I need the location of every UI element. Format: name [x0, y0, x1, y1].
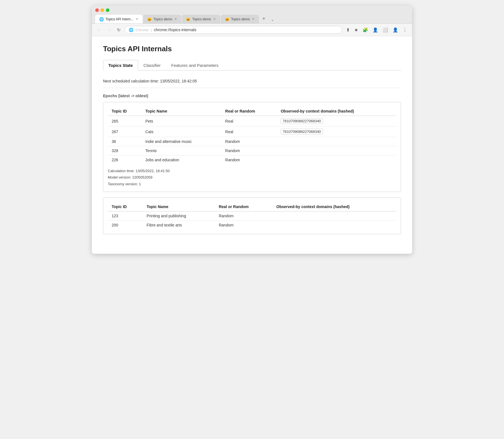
col-header-real-random-1: Real or Random [221, 107, 277, 116]
cell-id: 36 [108, 137, 141, 146]
content-area: Next scheduled calculation time: 13/05/2… [103, 76, 401, 243]
browser-controls [95, 8, 409, 12]
cell-id: 226 [108, 155, 141, 165]
forward-button[interactable]: → [105, 26, 113, 33]
cell-id: 123 [108, 211, 143, 221]
traffic-lights [95, 8, 109, 12]
cell-type: Random [215, 221, 273, 230]
page-content: Topics API Internals Topics State Classi… [92, 36, 412, 254]
split-view-icon[interactable]: ⬜ [381, 26, 390, 34]
cell-id: 265 [108, 116, 141, 126]
col-header-topic-name-1: Topic Name [141, 107, 221, 116]
cell-name: Fibre and textile arts [143, 221, 215, 230]
address-bar-row: ← → ↻ 🌐 Chrome | chrome://topics-interna… [92, 24, 412, 36]
cell-id: 267 [108, 126, 141, 137]
cell-domain [273, 221, 397, 230]
profile-icon[interactable]: 👤 [391, 26, 400, 34]
traffic-light-yellow[interactable] [101, 8, 104, 12]
tab-close-1[interactable]: ✕ [135, 17, 139, 21]
tab-close-4[interactable]: ✕ [251, 17, 255, 21]
tabs-bar: 🌐 Topics API Intern... ✕ 🐱 Topics demo ✕… [95, 14, 409, 23]
table-row: 200 Fibre and textile arts Random [108, 221, 396, 230]
cell-type: Random [221, 146, 277, 155]
epoch-table-2: Topic ID Topic Name Real or Random Obser… [108, 202, 396, 230]
address-favicon: 🌐 [129, 28, 133, 32]
address-host: Chrome [136, 28, 148, 32]
tab-close-2[interactable]: ✕ [174, 17, 177, 21]
tab-favicon-4: 🐱 [225, 17, 229, 21]
address-url: chrome://topics-internals [154, 28, 338, 32]
cell-type: Real [221, 126, 277, 137]
schedule-info: Next scheduled calculation time: 13/05/2… [103, 79, 401, 83]
tab-favicon-3: 🐱 [186, 17, 190, 21]
table-row: 36 Indie and alternative music Random [108, 137, 396, 146]
tab-close-3[interactable]: ✕ [213, 17, 216, 21]
domain-badge: 7610709088227068340 [281, 129, 323, 135]
browser-tab-4[interactable]: 🐱 Topics demo ✕ [221, 15, 259, 23]
cell-domain [277, 137, 396, 146]
cell-name: Cats [141, 126, 221, 137]
section-divider [103, 88, 401, 88]
cell-type: Random [221, 155, 277, 165]
cell-type: Random [215, 211, 273, 221]
table-header-row-1: Topic ID Topic Name Real or Random Obser… [108, 107, 396, 116]
cell-domain: 7610709088227068340 [277, 116, 396, 126]
calc-time-1: Calculation time: 13/05/2022, 18:41:50 [108, 168, 396, 174]
browser-window: 🌐 Topics API Intern... ✕ 🐱 Topics demo ✕… [92, 6, 412, 254]
epoch-card-2: Topic ID Topic Name Real or Random Obser… [103, 197, 401, 234]
cell-name: Printing and publishing [143, 211, 215, 221]
epoch-card-1: Topic ID Topic Name Real or Random Obser… [103, 102, 401, 192]
model-version-1: Model version: 2205052059 [108, 174, 396, 181]
tab-label-3: Topics demo [192, 17, 211, 21]
table-row: 328 Tennis Random [108, 146, 396, 155]
tab-classifier[interactable]: Classifier [138, 60, 166, 70]
cell-domain [273, 211, 397, 221]
new-tab-button[interactable]: + [260, 14, 268, 23]
cell-name: Jobs and education [141, 155, 221, 165]
cell-id: 200 [108, 221, 143, 230]
cell-domain [277, 155, 396, 165]
tab-favicon-1: 🌐 [99, 17, 104, 21]
share-icon[interactable]: ⬆ [344, 26, 351, 34]
browser-tab-3[interactable]: 🐱 Topics demo ✕ [182, 15, 220, 23]
cell-id: 328 [108, 146, 141, 155]
epoch-table-1: Topic ID Topic Name Real or Random Obser… [108, 107, 396, 164]
traffic-light-green[interactable] [106, 8, 109, 12]
toolbar-icons: ⬆ ★ 🧩 👤 ⬜ 👤 ⋮ [344, 26, 409, 34]
tab-label-2: Topics demo [153, 17, 172, 21]
cell-name: Indie and alternative music [141, 137, 221, 146]
col-header-domains-2: Observed-by context domains (hashed) [273, 202, 397, 211]
tab-label-4: Topics demo [231, 17, 250, 21]
tab-features-params[interactable]: Features and Parameters [166, 60, 224, 70]
traffic-light-red[interactable] [95, 8, 99, 12]
address-bar[interactable]: 🌐 Chrome | chrome://topics-internals [124, 26, 342, 34]
tab-topics-state[interactable]: Topics State [103, 60, 138, 70]
browser-titlebar: 🌐 Topics API Intern... ✕ 🐱 Topics demo ✕… [92, 6, 412, 24]
table-row: 226 Jobs and education Random [108, 155, 396, 165]
col-header-topic-id-2: Topic ID [108, 202, 143, 211]
epochs-heading: Epochs (latest -> oldest) [103, 94, 401, 98]
browser-tab-active[interactable]: 🌐 Topics API Intern... ✕ [95, 15, 143, 23]
back-button[interactable]: ← [95, 26, 103, 33]
tab-navigation: Topics State Classifier Features and Par… [103, 60, 401, 70]
table-row: 267 Cats Real 7610709088227068340 [108, 126, 396, 137]
tab-label-1: Topics API Intern... [106, 17, 133, 21]
browser-tab-2[interactable]: 🐱 Topics demo ✕ [143, 15, 181, 23]
extensions-icon[interactable]: 🧩 [361, 26, 370, 34]
bookmark-icon[interactable]: ★ [353, 26, 360, 34]
profile-icon-ext[interactable]: 👤 [371, 26, 380, 34]
cell-domain: 7610709088227068340 [277, 126, 396, 137]
tab-list-button[interactable]: ⌄ [269, 16, 277, 23]
cell-type: Random [221, 137, 277, 146]
domain-badge: 7610709088227068340 [281, 118, 323, 124]
reload-button[interactable]: ↻ [115, 26, 122, 34]
tab-favicon-2: 🐱 [147, 17, 152, 21]
page-title: Topics API Internals [103, 45, 401, 53]
col-header-domains-1: Observed-by context domains (hashed) [277, 107, 396, 116]
col-header-real-random-2: Real or Random [215, 202, 273, 211]
table-row: 123 Printing and publishing Random [108, 211, 396, 221]
menu-icon[interactable]: ⋮ [401, 26, 409, 34]
address-divider: | [151, 28, 151, 32]
cell-type: Real [221, 116, 277, 126]
cell-name: Tennis [141, 146, 221, 155]
